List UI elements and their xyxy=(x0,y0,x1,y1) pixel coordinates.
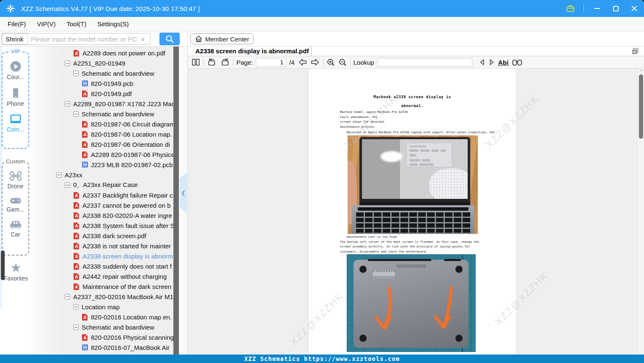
close-document-icon[interactable] xyxy=(631,47,639,57)
lookup-input[interactable] xyxy=(377,58,472,67)
gamepad-icon xyxy=(9,196,22,205)
tree-item-label: A2289 820-01987-06 Physica xyxy=(91,151,173,158)
pcb-file-icon xyxy=(82,344,88,351)
sidebar-item-label: Drone xyxy=(7,183,23,190)
tree-item[interactable]: Schematic and boardview xyxy=(32,322,173,332)
zoom-in-icon[interactable] xyxy=(326,58,335,67)
tree-item[interactable]: 820-01987-06 Orientation di xyxy=(32,139,173,149)
tree-item[interactable]: A2337_820-02016 MacBook Air M1 xyxy=(32,292,173,302)
abi-icon[interactable]: Abi xyxy=(498,59,509,66)
pdf-file-icon xyxy=(73,192,80,199)
tree-item[interactable]: 0、A23xx Repair Case xyxy=(32,180,173,190)
tree-item-label: 820-02016 Location map en. xyxy=(91,314,172,321)
menu-vip[interactable]: VIP(V) xyxy=(37,20,55,28)
sidebar-item-favorites[interactable]: ★ Favorites xyxy=(0,261,32,282)
tree-item[interactable]: A2251_820-01949 xyxy=(32,58,173,68)
menu-tool[interactable]: Tool(T) xyxy=(67,20,87,28)
sidebar-item-computer[interactable]: Com... xyxy=(3,113,28,133)
tree-item[interactable]: 820-02016 Physical scanning xyxy=(32,332,173,342)
tree-item[interactable]: Schematic and boardview xyxy=(32,68,173,78)
menu-settings[interactable]: Settings(S) xyxy=(97,20,129,28)
lookup-label: Lookup xyxy=(354,59,374,66)
expander-minus-icon[interactable] xyxy=(65,60,70,66)
binoculars-icon[interactable] xyxy=(512,58,523,66)
tree-item[interactable]: 820-01987-06 Location map. xyxy=(32,129,173,139)
rotate-right-icon[interactable] xyxy=(220,58,230,67)
maximize-icon[interactable] xyxy=(610,3,621,14)
next-page-icon[interactable] xyxy=(310,58,320,66)
tree-item[interactable]: A2337 cannot be powered on b xyxy=(32,200,173,210)
viewer-scrollbar-thumb[interactable] xyxy=(639,74,643,139)
tree-item[interactable]: A2289_820-01987 X1782 J223 Mac xyxy=(32,99,173,109)
expander-minus-icon[interactable] xyxy=(73,304,79,310)
doc-text: Machine model: apple MacBook Pro A2338 xyxy=(340,110,408,114)
expander-minus-icon[interactable] xyxy=(73,71,79,76)
tree-item[interactable]: A2338 System fault issue after S xyxy=(32,220,173,231)
expander-minus-icon[interactable] xyxy=(65,294,70,300)
document-tab-bar: A2338 screen display is abnormal.pdf xyxy=(188,47,644,56)
doc-text: maintenance process. xyxy=(340,125,375,129)
dropdown-chevron-icon[interactable]: ∨ xyxy=(141,36,150,42)
model-search-combobox[interactable]: ∨ xyxy=(27,33,151,45)
shrink-button[interactable]: Shrink xyxy=(2,33,27,45)
pdf-page: Macbook a2338 screen display is abnormal… xyxy=(309,69,516,355)
tree-item[interactable]: 820-02016-07_MacBook Air xyxy=(32,342,173,352)
page-number-input[interactable] xyxy=(256,58,286,67)
viewer-scrollbar[interactable]: ⌃ xyxy=(637,69,644,355)
tree-item[interactable]: A2338 820-02020-A water ingre xyxy=(32,210,173,220)
search-input[interactable] xyxy=(27,36,141,43)
sidebar-item-drone[interactable]: Drone xyxy=(3,170,28,190)
sidebar-item-phone[interactable]: Phone xyxy=(3,87,28,107)
sidebar-item-game[interactable]: Gam... xyxy=(3,196,28,213)
doc-text: customers, disassemble and check the mot… xyxy=(340,250,428,253)
find-prev-icon[interactable] xyxy=(479,58,485,66)
tree-item[interactable]: A2338 suddenly does not start f xyxy=(32,261,173,271)
document-tab[interactable]: A2338 screen display is abnormal.pdf xyxy=(195,47,309,55)
sidebar-item-car[interactable]: Car xyxy=(3,219,28,238)
tree-item[interactable]: J223 MLB 820-01987-02.pcb xyxy=(32,160,173,170)
tree-item[interactable]: A2289 does not power on.pdf xyxy=(32,48,173,58)
expander-minus-icon[interactable] xyxy=(65,182,70,188)
briefcase-icon[interactable] xyxy=(565,3,576,14)
scroll-up-icon[interactable]: ⌃ xyxy=(639,69,643,74)
window-title: XZZ Schematics V4.77 [ VIP Due date: 202… xyxy=(21,5,200,12)
find-next-icon[interactable] xyxy=(488,58,495,66)
zoom-out-icon[interactable] xyxy=(338,58,347,67)
collapse-panel-icon[interactable]: ❮ xyxy=(180,173,187,213)
tree-item[interactable]: Location map xyxy=(32,302,173,312)
tree-item[interactable]: Schematic and boardview xyxy=(32,109,173,119)
rotate-left-icon[interactable] xyxy=(207,58,217,67)
macbook-bottom-case-with-orange-arrows-photo xyxy=(347,254,476,352)
tree-item[interactable]: A2337 Backlight failure Repair c xyxy=(32,190,173,200)
tree-item[interactable]: 820-01987-06 Circuit diagram xyxy=(32,119,173,129)
tree-scrollbar-thumb[interactable] xyxy=(1,250,5,280)
expander-minus-icon[interactable] xyxy=(73,324,79,330)
tree-item[interactable]: A23xx xyxy=(32,170,173,180)
tree-item-label: A23xx xyxy=(65,171,82,179)
tree-item[interactable]: 820-01949.pdf xyxy=(32,88,173,99)
tree-item[interactable]: A2338 screen display is abnorm xyxy=(32,251,173,261)
page-total: /4 xyxy=(289,59,295,66)
tree-item[interactable]: A2289 820-01987-06 Physica xyxy=(32,149,173,160)
tree-item[interactable]: A2338 dark screen.pdf xyxy=(32,231,173,241)
tree-item[interactable]: 820-02016 Location map en. xyxy=(32,312,173,322)
home-icon xyxy=(195,35,203,43)
prev-page-icon[interactable] xyxy=(298,58,307,66)
member-center-button[interactable]: Member Center xyxy=(190,33,254,44)
tree-item[interactable]: A2442 repair without charging xyxy=(32,271,173,281)
close-icon[interactable] xyxy=(629,3,640,14)
tree-item[interactable]: Maintenance of the dark screen xyxy=(32,281,173,292)
pdf-toolbar: Page: /4 xyxy=(188,56,644,69)
sidebar-item-course[interactable]: Cour... xyxy=(3,60,28,80)
menu-file[interactable]: File(F) xyxy=(8,20,26,28)
expander-minus-icon[interactable] xyxy=(56,172,62,178)
two-page-view-icon[interactable] xyxy=(191,58,200,66)
tree-item[interactable]: A2338 is not started for mainter xyxy=(32,241,173,251)
search-button[interactable] xyxy=(159,33,180,45)
pdf-file-icon xyxy=(73,232,80,239)
tree-scrollbar[interactable] xyxy=(173,47,179,355)
expander-minus-icon[interactable] xyxy=(65,101,70,107)
minimize-icon[interactable] xyxy=(592,3,603,14)
tree-item[interactable]: 820-01949.pcb xyxy=(32,78,173,88)
expander-minus-icon[interactable] xyxy=(73,111,79,117)
